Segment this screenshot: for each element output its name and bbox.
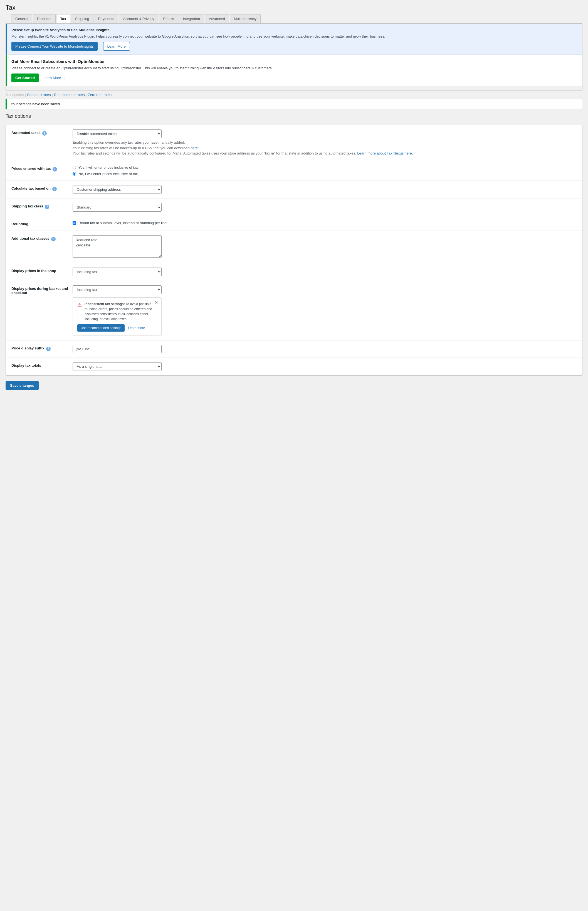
tax-nexus-link[interactable]: Learn more about Tax Nexus here bbox=[357, 151, 412, 156]
section-title: Tax options bbox=[6, 113, 582, 119]
automated-taxes-row: Automated taxes ? Disable automated taxe… bbox=[6, 125, 582, 161]
shipping-tax-class-select[interactable]: Standard Reduced rate Zero rate bbox=[73, 203, 162, 212]
prices-exclusive-radio-label[interactable]: No, I will enter prices exclusive of tax bbox=[73, 172, 577, 176]
automated-taxes-desc3: Your tax rates and settings will be auto… bbox=[73, 151, 356, 156]
warning-icon: ⚠ bbox=[78, 302, 82, 308]
tax-options-form: Automated taxes ? Disable automated taxe… bbox=[6, 125, 582, 376]
prices-exclusive-text: No, I will enter prices exclusive of tax bbox=[78, 172, 138, 176]
shipping-tax-class-help-icon[interactable]: ? bbox=[45, 205, 49, 209]
save-changes-button[interactable]: Save changes bbox=[6, 381, 39, 390]
shipping-tax-class-label: Shipping tax class bbox=[11, 204, 43, 208]
inconsistent-notice: ✕ ⚠ Inconsistent tax settings: To avoid … bbox=[73, 297, 162, 336]
automated-taxes-desc1: Enabling this option overrides any tax r… bbox=[73, 140, 185, 144]
success-notice: Your settings have been saved. bbox=[6, 99, 582, 109]
prices-inclusive-radio-label[interactable]: Yes, I will enter prices inclusive of ta… bbox=[73, 165, 577, 170]
display-tax-totals-select[interactable]: As a single total Itemised bbox=[73, 362, 162, 371]
tab-accounts-privacy[interactable]: Accounts & Privacy bbox=[119, 14, 158, 23]
shipping-tax-class-row: Shipping tax class ? Standard Reduced ra… bbox=[6, 198, 582, 216]
inconsistent-learn-more-button[interactable]: Learn more bbox=[128, 326, 145, 330]
calculate-tax-based-on-select[interactable]: Customer shipping address Customer billi… bbox=[73, 185, 162, 194]
prices-exclusive-radio[interactable] bbox=[73, 172, 76, 176]
automated-taxes-link[interactable]: here bbox=[191, 146, 198, 150]
use-recommended-settings-button[interactable]: Use recommended settings bbox=[78, 324, 124, 332]
tab-emails[interactable]: Emails bbox=[159, 14, 178, 23]
tab-tax[interactable]: Tax bbox=[56, 14, 70, 23]
inconsistent-notice-text: Inconsistent tax settings: To avoid poss… bbox=[84, 302, 157, 322]
additional-tax-classes-textarea[interactable]: Reduced rate Zero rate bbox=[73, 235, 162, 258]
tab-multi-currency[interactable]: Multi-currency bbox=[230, 14, 261, 23]
prices-entered-with-tax-help-icon[interactable]: ? bbox=[53, 167, 57, 172]
prices-inclusive-radio[interactable] bbox=[73, 166, 76, 169]
rounding-label: Rounding bbox=[11, 222, 28, 226]
tab-products[interactable]: Products bbox=[33, 14, 55, 23]
display-prices-basket-row: Display prices during basket and checkou… bbox=[6, 281, 582, 340]
analytics-banner: Please Setup Website Analytics to See Au… bbox=[6, 24, 582, 55]
automated-taxes-desc2: Your existing tax rates will be backed-u… bbox=[73, 146, 190, 150]
prices-entered-radio-group: Yes, I will enter prices inclusive of ta… bbox=[73, 165, 577, 176]
sub-nav-standard-rates[interactable]: Standard rates bbox=[27, 93, 51, 97]
connect-monsterinsights-button[interactable]: Please Connect Your Website to MonsterIn… bbox=[11, 42, 98, 51]
tab-payments[interactable]: Payments bbox=[94, 14, 118, 23]
automated-taxes-label: Automated taxes bbox=[11, 131, 40, 135]
price-display-suffix-label: Price display suffix bbox=[11, 346, 45, 350]
price-display-suffix-row: Price display suffix ? (VAT. incl.) bbox=[6, 340, 582, 358]
sub-navigation: Tax options | Standard rates | Reduced r… bbox=[6, 91, 582, 99]
inconsistent-notice-close-button[interactable]: ✕ bbox=[154, 300, 158, 305]
sub-nav-zero-rate-rates[interactable]: Zero rate rates bbox=[88, 93, 111, 97]
price-display-suffix-help-icon[interactable]: ? bbox=[46, 347, 51, 351]
rounding-checkbox[interactable] bbox=[73, 221, 76, 225]
display-tax-totals-label: Display tax totals bbox=[11, 363, 41, 368]
sub-nav-reduced-rate-rates[interactable]: Reduced rate rates bbox=[54, 93, 85, 97]
tab-integration[interactable]: Integration bbox=[179, 14, 204, 23]
additional-tax-classes-help-icon[interactable]: ? bbox=[51, 237, 56, 242]
automated-taxes-help-icon[interactable]: ? bbox=[42, 131, 47, 136]
analytics-banner-description: MonsterInsights, the #1 WordPress Analyt… bbox=[11, 34, 577, 39]
get-started-button[interactable]: Get Started bbox=[11, 73, 39, 82]
success-notice-text: Your settings have been saved. bbox=[11, 102, 61, 106]
additional-tax-classes-row: Additional tax classes ? Reduced rate Ze… bbox=[6, 231, 582, 263]
rounding-checkbox-text: Round tax at subtotal level, instead of … bbox=[78, 221, 166, 225]
sub-nav-label: Tax options bbox=[6, 93, 24, 97]
display-tax-totals-row: Display tax totals As a single total Ite… bbox=[6, 358, 582, 375]
tab-shipping[interactable]: Shipping bbox=[71, 14, 94, 23]
calculate-tax-based-on-row: Calculate tax based on ? Customer shippi… bbox=[6, 181, 582, 198]
display-prices-shop-row: Display prices in the shop Including tax… bbox=[6, 263, 582, 281]
analytics-learn-more-button[interactable]: Learn More bbox=[103, 42, 130, 51]
rounding-row: Rounding Round tax at subtotal level, in… bbox=[6, 216, 582, 231]
display-prices-basket-select[interactable]: Including tax Excluding tax bbox=[73, 285, 162, 294]
prices-entered-with-tax-row: Prices entered with tax ? Yes, I will en… bbox=[6, 161, 582, 181]
tab-general[interactable]: General bbox=[11, 14, 32, 23]
automated-taxes-select[interactable]: Disable automated taxes Enable automated… bbox=[73, 130, 162, 138]
optinmonster-banner-title: Get More Email Subscribers with OptinMon… bbox=[11, 59, 577, 64]
display-prices-shop-label: Display prices in the shop bbox=[11, 269, 56, 273]
nav-tabs: General Products Tax Shipping Payments A… bbox=[6, 14, 582, 23]
additional-tax-classes-label: Additional tax classes bbox=[11, 237, 50, 241]
optinmonster-learn-more-link[interactable]: Learn More → bbox=[42, 76, 66, 80]
page-title: Tax bbox=[0, 0, 588, 14]
optinmonster-banner-description: Please connect to or create an OptinMons… bbox=[11, 65, 577, 71]
optinmonster-banner: Get More Email Subscribers with OptinMon… bbox=[6, 55, 582, 87]
calculate-tax-help-icon[interactable]: ? bbox=[52, 187, 57, 191]
price-display-suffix-input[interactable]: (VAT. incl.) bbox=[73, 345, 162, 353]
display-prices-shop-select[interactable]: Including tax Excluding tax bbox=[73, 267, 162, 276]
display-prices-basket-label: Display prices during basket and checkou… bbox=[11, 287, 73, 295]
prices-inclusive-text: Yes, I will enter prices inclusive of ta… bbox=[78, 165, 138, 170]
analytics-banner-title: Please Setup Website Analytics to See Au… bbox=[11, 28, 577, 32]
calculate-tax-based-on-label: Calculate tax based on bbox=[11, 186, 51, 190]
prices-entered-with-tax-label: Prices entered with tax bbox=[11, 167, 51, 171]
rounding-checkbox-label[interactable]: Round tax at subtotal level, instead of … bbox=[73, 221, 577, 225]
tab-advanced[interactable]: Advanced bbox=[205, 14, 229, 23]
